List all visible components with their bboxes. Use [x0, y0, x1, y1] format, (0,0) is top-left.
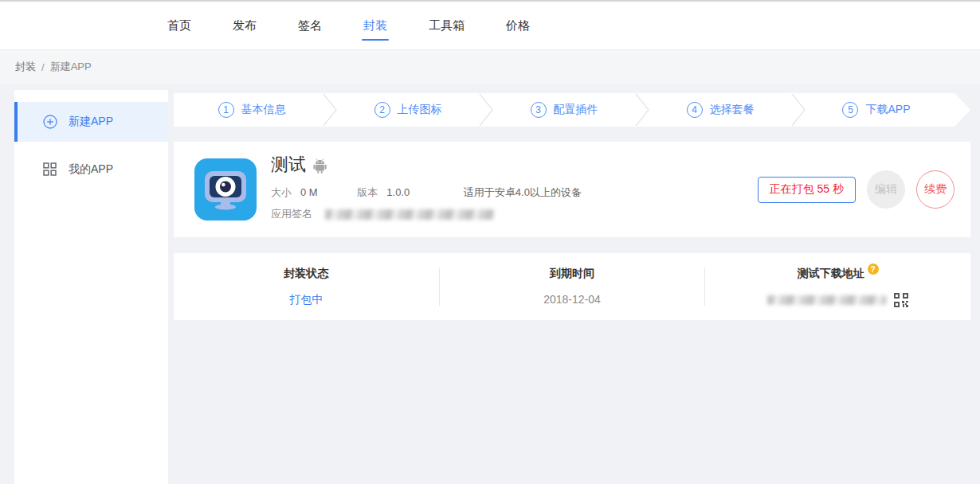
- size-label: 大小: [271, 186, 292, 198]
- step-choose-plan[interactable]: 4 选择套餐: [642, 93, 798, 127]
- step-number-badge: 5: [842, 102, 858, 118]
- step-label: 下载APP: [865, 103, 910, 117]
- renew-button[interactable]: 续费: [916, 170, 955, 209]
- package-status-header: 封装状态: [174, 267, 439, 281]
- plus-circle-icon: [43, 115, 57, 129]
- qr-code-icon[interactable]: [894, 293, 908, 307]
- download-url-redacted[interactable]: [767, 295, 887, 305]
- app-name: 测试: [271, 153, 306, 177]
- signature-redacted-value: [325, 209, 494, 220]
- package-status-value: 打包中: [174, 293, 439, 307]
- version-label: 版本: [357, 186, 378, 198]
- step-number-badge: 4: [687, 102, 703, 118]
- nav-item-sign[interactable]: 签名: [298, 2, 322, 49]
- nav-item-package[interactable]: 封装: [363, 2, 387, 49]
- step-configure-plugins[interactable]: 3 配置插件: [486, 93, 642, 127]
- app-info: 测试 大小: [271, 153, 582, 221]
- status-card: 封装状态 打包中 到期时间 2018-12-04 测试下载地址?: [174, 253, 970, 320]
- step-basic-info[interactable]: 1 基本信息: [174, 93, 330, 127]
- android-icon: [313, 158, 327, 174]
- step-number-badge: 2: [374, 102, 390, 118]
- app-logo-icon: [194, 158, 257, 221]
- sidebar-item-label: 新建APP: [69, 115, 113, 129]
- sidebar-item-label: 我的APP: [69, 162, 113, 177]
- nav-item-home[interactable]: 首页: [167, 2, 191, 49]
- step-label: 选择套餐: [710, 103, 755, 117]
- nav-item-publish[interactable]: 发布: [233, 2, 257, 49]
- expiry-column: 到期时间 2018-12-04: [440, 253, 705, 320]
- sidebar-item-my-apps[interactable]: 我的APP: [14, 150, 168, 189]
- content: 1 基本信息 2 上传图标 3 配置插件 4 选择套餐: [174, 93, 970, 320]
- expiry-date: 2018-12-04: [440, 293, 705, 306]
- step-download-app[interactable]: 5 下载APP: [798, 93, 955, 127]
- step-label: 配置插件: [554, 103, 598, 117]
- compatibility-text: 适用于安卓4.0以上的设备: [464, 186, 582, 198]
- top-nav: 首页 发布 签名 封装 工具箱 价格: [0, 2, 980, 50]
- page: 首页 发布 签名 封装 工具箱 价格 封装 / 新建APP 新建APP 我的AP…: [0, 0, 980, 484]
- breadcrumb: 封装 / 新建APP: [0, 50, 980, 84]
- sidebar: 新建APP 我的APP: [14, 90, 168, 484]
- download-url-column: 测试下载地址?: [705, 253, 970, 320]
- breadcrumb-current: 新建APP: [50, 60, 92, 74]
- help-coin-icon[interactable]: ?: [868, 263, 879, 275]
- app-card: 测试 大小: [174, 142, 970, 237]
- steps-bar: 1 基本信息 2 上传图标 3 配置插件 4 选择套餐: [174, 93, 955, 127]
- breadcrumb-section[interactable]: 封装: [15, 60, 36, 74]
- app-card-actions: 正在打包 55 秒 编辑 续费: [758, 170, 955, 209]
- edit-button[interactable]: 编辑: [867, 170, 905, 209]
- step-label: 上传图标: [398, 103, 442, 117]
- step-label: 基本信息: [241, 103, 286, 117]
- size-value: 0 M: [300, 186, 318, 198]
- packing-status-button[interactable]: 正在打包 55 秒: [758, 177, 856, 203]
- nav-item-price[interactable]: 价格: [506, 2, 530, 49]
- step-number-badge: 3: [531, 102, 547, 118]
- package-status-column: 封装状态 打包中: [174, 253, 439, 320]
- step-upload-icon[interactable]: 2 上传图标: [330, 93, 486, 127]
- sidebar-item-new-app[interactable]: 新建APP: [14, 102, 168, 142]
- signature-label: 应用签名: [271, 207, 312, 221]
- grid-icon: [43, 162, 57, 177]
- step-number-badge: 1: [218, 102, 234, 118]
- steps-arrow-cap: [955, 93, 970, 127]
- steps-wizard: 1 基本信息 2 上传图标 3 配置插件 4 选择套餐: [174, 93, 970, 127]
- version-value: 1.0.0: [386, 186, 410, 198]
- breadcrumb-separator: /: [41, 61, 45, 73]
- nav-item-toolbox[interactable]: 工具箱: [429, 2, 465, 49]
- main-area: 新建APP 我的APP 1 基本信息 2 上传图标: [0, 84, 980, 484]
- app-meta: 大小0 M 版本1.0.0 适用于安卓4.0以上的设备: [271, 185, 582, 200]
- expiry-header: 到期时间: [440, 267, 705, 281]
- download-url-header: 测试下载地址: [798, 267, 864, 279]
